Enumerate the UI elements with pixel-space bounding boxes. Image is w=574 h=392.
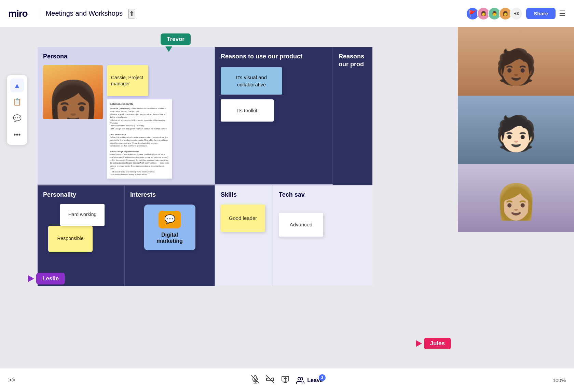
- interests-cell: Interests 💬 Digital marketing: [125, 185, 215, 286]
- jules-cursor-arrow: [416, 340, 422, 347]
- trevor-cursor-arrow: [165, 46, 172, 52]
- persona-right: Cassie, Project manager Solution researc…: [107, 65, 209, 179]
- video-cell-1: 🧑🏾: [458, 27, 574, 96]
- bottom-toolbar: >>: [0, 368, 574, 392]
- prev-button[interactable]: >>: [8, 377, 15, 384]
- sticky-note-tool[interactable]: 📋: [10, 95, 24, 109]
- persona-title: Persona: [43, 53, 209, 60]
- advanced-note[interactable]: Advanced: [279, 213, 323, 237]
- person-avatar-2: 🧑🏻: [495, 116, 537, 150]
- reasons-note-2[interactable]: Its toolkit: [221, 99, 274, 122]
- good-leader-note[interactable]: Good leader: [221, 205, 265, 232]
- advanced-text: Advanced: [290, 221, 313, 228]
- comment-tool[interactable]: 💬: [10, 111, 24, 125]
- upload-button[interactable]: ⬆: [128, 9, 135, 18]
- cursor-trevor: Trevor: [161, 33, 191, 52]
- personality-cell: Personality Hard working Responsible: [38, 185, 125, 286]
- avatar-more[interactable]: +3: [510, 7, 523, 20]
- trevor-label: Trevor: [161, 33, 191, 45]
- cursor-leslie: Leslie: [28, 273, 65, 284]
- good-leader-text: Good leader: [229, 214, 257, 222]
- share-button[interactable]: Share: [526, 8, 556, 19]
- person-avatar-3: 👩🏼: [495, 184, 537, 219]
- bottom-row: Personality Hard working Responsible Int…: [38, 185, 372, 286]
- mic-off-button[interactable]: [251, 375, 259, 386]
- header-right: 🚩 👩 👨 👩 +3 Share ☰: [466, 7, 566, 20]
- skills-notes: Good leader: [221, 205, 267, 232]
- reasons-title: Reasons to use our product: [221, 53, 327, 60]
- cursor-jules: Jules: [416, 338, 451, 349]
- overflow-bottom-right: [333, 185, 372, 286]
- toolbar-center: 3 Leave: [251, 375, 323, 386]
- avatar-group: 🚩 👩 👨 👩 +3: [466, 7, 523, 20]
- reasons-overflow-cell: Reasonsour prod: [333, 47, 372, 185]
- persona-face: 👩🏾: [45, 85, 101, 120]
- leave-button[interactable]: 3 Leave: [296, 376, 323, 384]
- personality-title: Personality: [43, 191, 119, 199]
- techsav-title: Tech sav: [279, 191, 328, 199]
- reasons-note-2-text: Its toolkit: [237, 107, 257, 114]
- persona-cell: Persona 👩🏾 Cassie, Project manager: [38, 47, 215, 185]
- svg-line-3: [266, 376, 274, 383]
- reasons-cell: Reasons to use our product It's visual a…: [215, 47, 333, 185]
- reasons-note-1-text: It's visual and collaborative: [226, 74, 277, 88]
- doc-card[interactable]: Solution research Mock UX Questions | I'…: [107, 99, 172, 179]
- video-cell-3: 👩🏼: [458, 164, 574, 232]
- doc-title: Solution research: [110, 102, 169, 106]
- jules-label: Jules: [424, 338, 451, 349]
- techsav-notes: Advanced: [279, 213, 328, 237]
- leslie-label: Leslie: [36, 273, 65, 284]
- svg-point-8: [298, 377, 301, 380]
- leslie-cursor-arrow: [28, 275, 34, 282]
- chat-icon: 💬: [159, 211, 181, 228]
- interests-title: Interests: [130, 191, 209, 199]
- logo: miro: [8, 8, 28, 19]
- persona-content: 👩🏾 Cassie, Project manager Solution rese…: [43, 65, 209, 179]
- reasons-overflow-title: Reasonsour prod: [339, 53, 367, 69]
- digital-marketing-inner: 💬 Digital marketing: [144, 205, 195, 250]
- skills-cell: Skills Good leader: [215, 185, 273, 286]
- skills-title: Skills: [221, 191, 267, 199]
- video-panel: 🧑🏾 🧑🏻 👩🏼: [458, 27, 574, 232]
- header: miro Meetings and Workshops ⬆ 🚩 👩 👨 👩 +3…: [0, 0, 574, 27]
- persona-name-sticky[interactable]: Cassie, Project manager: [107, 65, 148, 96]
- doc-body: Mock UX Questions | I'll need to talk to…: [110, 107, 169, 176]
- header-divider: [40, 8, 40, 19]
- menu-icon-button[interactable]: ☰: [559, 9, 566, 18]
- responsible-text: Responsible: [57, 235, 83, 242]
- board-grid: Persona 👩🏾 Cassie, Project manager: [38, 47, 372, 286]
- digital-marketing-card[interactable]: 💬 Digital marketing: [130, 205, 209, 250]
- techsav-cell: Tech sav Advanced: [273, 185, 333, 286]
- video-cell-2: 🧑🏻: [458, 96, 574, 164]
- screen-share-button[interactable]: [281, 375, 289, 386]
- canvas: ▲ 📋 💬 ••• Trevor Leslie Jules 🧑🏾 🧑🏻 👩🏼: [0, 27, 574, 368]
- hard-working-note[interactable]: Hard working: [60, 204, 105, 226]
- video-off-button[interactable]: [266, 375, 274, 386]
- zoom-label: 100%: [553, 377, 566, 383]
- digital-marketing-text: Digital marketing: [156, 232, 182, 244]
- hard-working-text: Hard working: [68, 211, 96, 218]
- board-title: Meetings and Workshops: [46, 10, 123, 17]
- cursor-tool[interactable]: ▲: [10, 79, 24, 92]
- participants-badge: 3: [319, 374, 326, 381]
- responsible-note[interactable]: Responsible: [48, 226, 93, 252]
- persona-name-text: Cassie, Project manager: [111, 74, 144, 87]
- more-tools[interactable]: •••: [10, 128, 24, 141]
- left-sidebar: ▲ 📋 💬 •••: [7, 75, 27, 145]
- top-row: Persona 👩🏾 Cassie, Project manager: [38, 47, 372, 185]
- reasons-note-1[interactable]: It's visual and collaborative: [221, 67, 282, 95]
- persona-photo: 👩🏾: [43, 65, 103, 119]
- reasons-notes: It's visual and collaborative Its toolki…: [221, 67, 327, 122]
- person-avatar-1: 🧑🏾: [495, 50, 537, 84]
